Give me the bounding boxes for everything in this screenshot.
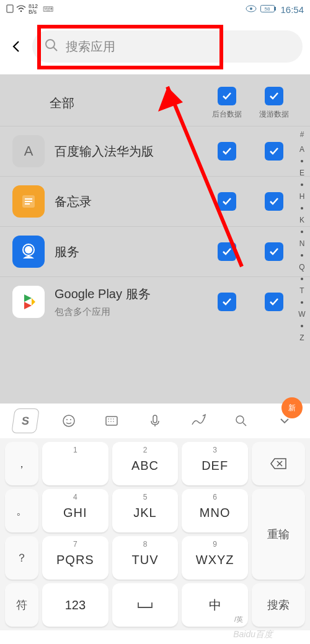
- svg-point-18: [66, 419, 68, 420]
- svg-text:58: 58: [265, 6, 270, 12]
- svg-point-22: [110, 418, 112, 420]
- key-3-def[interactable]: 3DEF: [182, 442, 248, 485]
- key-search[interactable]: 搜索: [252, 583, 305, 627]
- svg-point-17: [63, 415, 74, 426]
- all-apps-label: 全部: [45, 95, 203, 112]
- app-icon-baidu-ime: A: [12, 135, 45, 167]
- key-7-pqrs[interactable]: 7PQRS: [42, 536, 108, 580]
- app-name: Google Play 服务: [55, 286, 203, 302]
- voice-button[interactable]: [143, 408, 167, 433]
- index-dot: [301, 325, 303, 327]
- search-icon: [45, 38, 58, 55]
- index-dot: [301, 183, 303, 186]
- svg-point-24: [108, 421, 109, 422]
- svg-point-29: [236, 416, 244, 423]
- app-row[interactable]: 服务: [0, 227, 310, 277]
- checkbox-background[interactable]: [218, 242, 236, 261]
- svg-line-30: [243, 423, 246, 426]
- emoji-button[interactable]: [56, 408, 81, 433]
- index-letter[interactable]: H: [299, 192, 305, 201]
- index-letter[interactable]: N: [299, 239, 305, 248]
- svg-point-26: [113, 421, 114, 422]
- svg-point-1: [20, 10, 22, 11]
- clock-time: 16:54: [280, 4, 304, 15]
- key-lang-switch[interactable]: 中 /英: [182, 583, 248, 627]
- key-reinput[interactable]: 重输: [252, 489, 305, 580]
- wifi-icon: [16, 5, 26, 14]
- checkbox-roaming[interactable]: [265, 142, 283, 161]
- app-row[interactable]: A 百度输入法华为版: [0, 126, 310, 177]
- app-icon-notes: [12, 185, 45, 218]
- checkbox-roaming[interactable]: [265, 293, 283, 311]
- checkbox-background[interactable]: [218, 142, 236, 161]
- eye-icon: [246, 5, 257, 14]
- sim-icon: [6, 4, 14, 15]
- checkbox-background-all[interactable]: [218, 87, 236, 105]
- sogou-logo-button[interactable]: S: [11, 408, 40, 433]
- checkbox-roaming[interactable]: [265, 192, 283, 211]
- index-letter[interactable]: W: [298, 310, 305, 319]
- app-sub: 包含多个应用: [55, 306, 203, 318]
- status-bar: 812 B/s ⌨ 58 16:54: [0, 0, 310, 19]
- battery-icon: 58: [260, 5, 277, 14]
- col-roaming-label: 漫游数据: [259, 109, 289, 120]
- index-letter[interactable]: T: [299, 286, 304, 295]
- app-row[interactable]: 备忘录: [0, 177, 310, 227]
- key-1[interactable]: 1: [42, 442, 108, 485]
- key-4-ghi[interactable]: 4GHI: [42, 489, 108, 532]
- search-header: 搜索应用: [0, 19, 310, 74]
- svg-rect-5: [275, 7, 276, 11]
- index-letter[interactable]: Z: [299, 333, 304, 342]
- index-dot: [301, 231, 303, 233]
- search-toolbar-button[interactable]: [229, 408, 254, 433]
- svg-rect-20: [106, 417, 117, 425]
- key-question[interactable]: ？: [5, 536, 38, 580]
- svg-point-21: [108, 418, 109, 420]
- app-row[interactable]: Google Play 服务 包含多个应用: [0, 277, 310, 327]
- key-6-mno[interactable]: 6MNO: [182, 489, 248, 532]
- handwrite-button[interactable]: [186, 408, 211, 433]
- index-dot: [301, 254, 303, 257]
- index-letter[interactable]: A: [299, 145, 304, 154]
- checkbox-background[interactable]: [218, 192, 236, 211]
- index-dot: [301, 301, 303, 304]
- svg-rect-27: [153, 415, 157, 423]
- key-123[interactable]: 123: [42, 583, 108, 627]
- index-letter[interactable]: K: [299, 216, 304, 224]
- index-current-dot[interactable]: [301, 160, 303, 162]
- key-5-jkl[interactable]: 5JKL: [112, 489, 179, 532]
- keyboard-switch-button[interactable]: [99, 408, 124, 433]
- search-input[interactable]: 搜索应用: [32, 30, 303, 63]
- key-8-tuv[interactable]: 8TUV: [112, 536, 179, 580]
- key-period[interactable]: 。: [5, 489, 38, 532]
- keyboard-new-badge[interactable]: 新: [281, 397, 303, 418]
- sogou-keyboard: 新 S ， 1 2A: [0, 404, 310, 644]
- index-letter[interactable]: #: [300, 130, 304, 139]
- baidu-watermark: Baidu百度: [233, 629, 273, 640]
- back-button[interactable]: [7, 37, 26, 56]
- key-9-wxyz[interactable]: 9WXYZ: [182, 536, 248, 580]
- app-list: 全部 后台数据 漫游数据 A 百度输入法华为版: [0, 74, 310, 404]
- checkbox-background[interactable]: [218, 293, 236, 311]
- svg-rect-0: [7, 5, 13, 12]
- svg-point-23: [113, 418, 114, 420]
- index-letter[interactable]: Q: [299, 263, 304, 271]
- index-dot: [301, 207, 303, 210]
- key-comma[interactable]: ，: [5, 442, 38, 485]
- search-placeholder: 搜索应用: [66, 38, 115, 55]
- index-letter[interactable]: E: [299, 169, 304, 177]
- key-space[interactable]: [112, 583, 179, 627]
- key-2-abc[interactable]: 2ABC: [112, 442, 179, 485]
- col-background-label: 后台数据: [212, 109, 242, 120]
- app-icon-service: [12, 236, 45, 268]
- key-symbols[interactable]: 符: [5, 583, 38, 627]
- checkbox-roaming-all[interactable]: [265, 87, 283, 105]
- key-backspace[interactable]: [252, 442, 305, 485]
- network-speed: 812 B/s: [29, 4, 38, 15]
- checkbox-roaming[interactable]: [265, 242, 283, 261]
- svg-point-3: [250, 7, 252, 10]
- app-icon-google-play: [12, 286, 45, 318]
- svg-point-19: [70, 419, 71, 420]
- alpha-index[interactable]: # A E H K N Q T W Z: [296, 130, 308, 342]
- keyboard-toolbar: S: [0, 404, 310, 438]
